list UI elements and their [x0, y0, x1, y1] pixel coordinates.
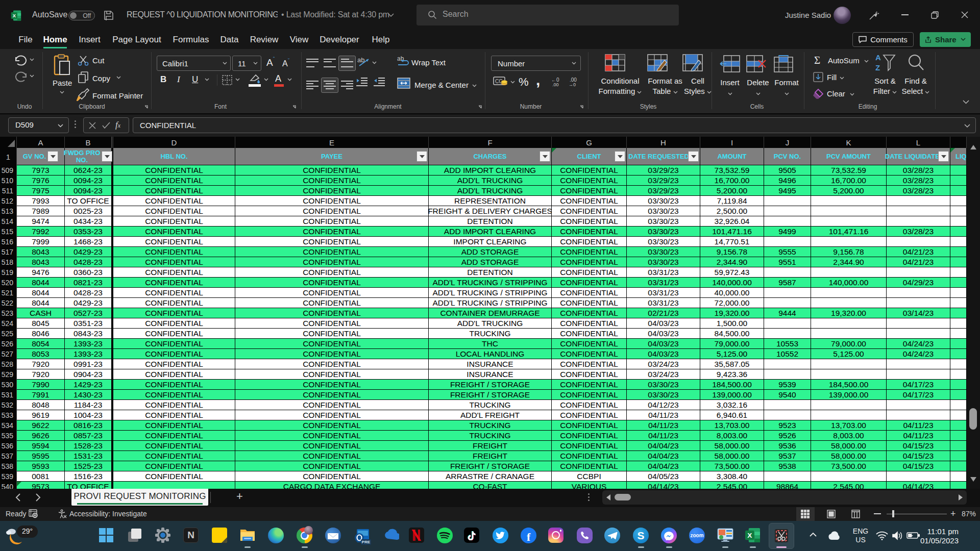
svg-text:→0: →0: [569, 82, 576, 87]
svg-text:X: X: [747, 532, 752, 539]
svg-text:A: A: [875, 53, 881, 62]
svg-text:.00: .00: [552, 82, 559, 87]
svg-text:X: X: [13, 13, 16, 18]
svg-text:Z: Z: [875, 63, 880, 72]
